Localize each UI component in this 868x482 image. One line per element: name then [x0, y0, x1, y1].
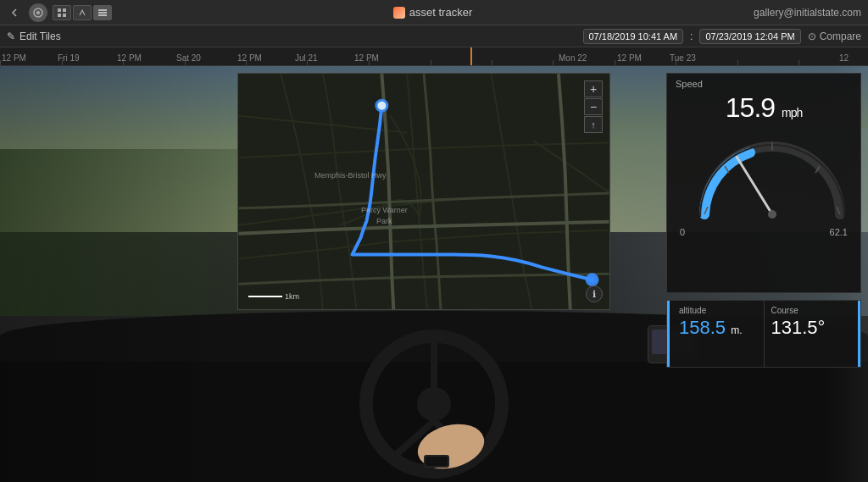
speed-panel: Speed 15.9 mph: [666, 73, 861, 293]
course-panel: Course 131.5°: [765, 301, 861, 367]
timeline-labels: 12 PM Fri 19 12 PM Sat 20 12 PM Jul 21 1…: [0, 47, 868, 65]
zoom-in-button[interactable]: +: [584, 80, 603, 97]
timeline-label-12pm-4: 12 PM: [354, 53, 379, 63]
date-end-input[interactable]: 07/23/2019 12:04 PM: [699, 29, 800, 44]
edit-tiles-label: Edit Tiles: [19, 30, 61, 42]
map-overlay: Memphis-Bristol Hwy Percy WarnerPark + −…: [237, 73, 610, 310]
svg-rect-4: [58, 14, 61, 17]
gauge-max-label: 62.1: [830, 227, 848, 237]
gauge-labels: 0 62.1: [667, 227, 860, 237]
steering-wheel-area: [349, 319, 519, 482]
speed-title: Speed: [667, 74, 860, 91]
altitude-unit: m.: [731, 324, 742, 336]
logo-icon: [29, 3, 47, 22]
compass-button[interactable]: ↑: [584, 116, 603, 133]
date-range-controls: 07/18/2019 10:41 AM : 07/23/2019 12:04 P…: [583, 29, 862, 44]
nav-controls: [7, 3, 112, 22]
gauge-min-label: 0: [680, 227, 685, 237]
map-scale-bar: 1km: [248, 292, 299, 301]
scale-line: [248, 296, 282, 297]
timeline-label-jul21: Jul 21: [295, 53, 318, 63]
map-info-button[interactable]: ℹ: [586, 285, 603, 302]
timeline-tick: [553, 60, 554, 65]
signal-view-button[interactable]: [73, 5, 92, 20]
edit-tiles-button[interactable]: ✎ Edit Tiles: [7, 30, 61, 42]
svg-point-1: [36, 11, 40, 14]
app-title-text: asset tracker: [409, 6, 472, 19]
timeline-tick: [0, 60, 1, 65]
edit-bar: ✎ Edit Tiles 07/18/2019 10:41 AM : 07/23…: [0, 25, 868, 47]
timeline[interactable]: 12 PM Fri 19 12 PM Sat 20 12 PM Jul 21 1…: [0, 47, 868, 66]
compare-icon: ⊙: [808, 30, 816, 42]
timeline-label-tue23: Tue 23: [670, 53, 696, 63]
scale-label: 1km: [285, 292, 299, 301]
back-button[interactable]: [7, 4, 24, 21]
date-separator: :: [690, 30, 693, 42]
svg-point-10: [417, 387, 451, 421]
main-content: Memphis-Bristol Hwy Percy WarnerPark + −…: [0, 66, 868, 482]
altitude-number: 158.5: [679, 317, 726, 338]
svg-point-22: [768, 210, 776, 219]
left-overlay: [0, 66, 237, 482]
timeline-label-fri19: Fri 19: [58, 53, 80, 63]
speed-number: 15.9: [726, 92, 775, 123]
user-email: gallery@initialstate.com: [754, 7, 861, 19]
svg-rect-5: [63, 14, 66, 17]
svg-rect-2: [58, 8, 61, 12]
timeline-label-12pm-start: 12 PM: [2, 53, 26, 63]
svg-rect-3: [63, 8, 66, 12]
top-bar: asset tracker gallery@initialstate.com: [0, 0, 868, 25]
svg-point-20: [588, 275, 597, 284]
compare-label: Compare: [820, 30, 861, 42]
zoom-out-button[interactable]: −: [584, 98, 603, 115]
timeline-tick: [431, 60, 431, 65]
course-accent-bar: [858, 301, 860, 367]
speed-gauge: [687, 125, 840, 227]
map-zoom-controls: + − ↑: [584, 80, 603, 133]
timeline-label-12: 12: [839, 53, 849, 63]
altitude-value: 158.5 m.: [674, 319, 757, 337]
compare-button[interactable]: ⊙ Compare: [808, 30, 861, 42]
svg-rect-16: [426, 457, 448, 466]
view-toggle: [53, 5, 112, 20]
timeline-label-12pm-2: 12 PM: [117, 53, 142, 63]
timeline-tick: [798, 60, 799, 65]
timeline-label-12pm-3: 12 PM: [237, 53, 262, 63]
bottom-panels: altitude 158.5 m. Course 131.5°: [666, 300, 861, 368]
altitude-label: altitude: [674, 306, 757, 315]
speed-value: 15.9 mph: [667, 91, 860, 125]
pencil-icon: ✎: [7, 30, 15, 42]
course-value: 131.5°: [771, 319, 854, 337]
altitude-panel: altitude 158.5 m.: [667, 301, 765, 367]
speed-unit: mph: [782, 106, 802, 119]
map-scale: 1km: [248, 292, 299, 301]
timeline-tick: [615, 60, 615, 65]
altitude-accent-bar: [667, 301, 670, 367]
timeline-label-12pm-5: 12 PM: [617, 53, 642, 63]
grid-view-button[interactable]: [53, 5, 71, 20]
timeline-cursor: [470, 47, 472, 65]
timeline-label-mon22: Mon 22: [559, 53, 587, 63]
svg-point-18: [377, 102, 386, 110]
date-start-input[interactable]: 07/18/2019 10:41 AM: [583, 29, 684, 44]
list-view-button[interactable]: [93, 5, 112, 20]
timeline-tick: [492, 60, 492, 65]
timeline-label-sat20: Sat 20: [176, 53, 201, 63]
map-roads-svg: [238, 74, 609, 309]
app-title: asset tracker: [117, 6, 748, 19]
svg-line-21: [737, 157, 772, 214]
timeline-tick: [737, 60, 738, 65]
course-label: Course: [771, 306, 854, 315]
app-logo-icon: [393, 7, 405, 19]
